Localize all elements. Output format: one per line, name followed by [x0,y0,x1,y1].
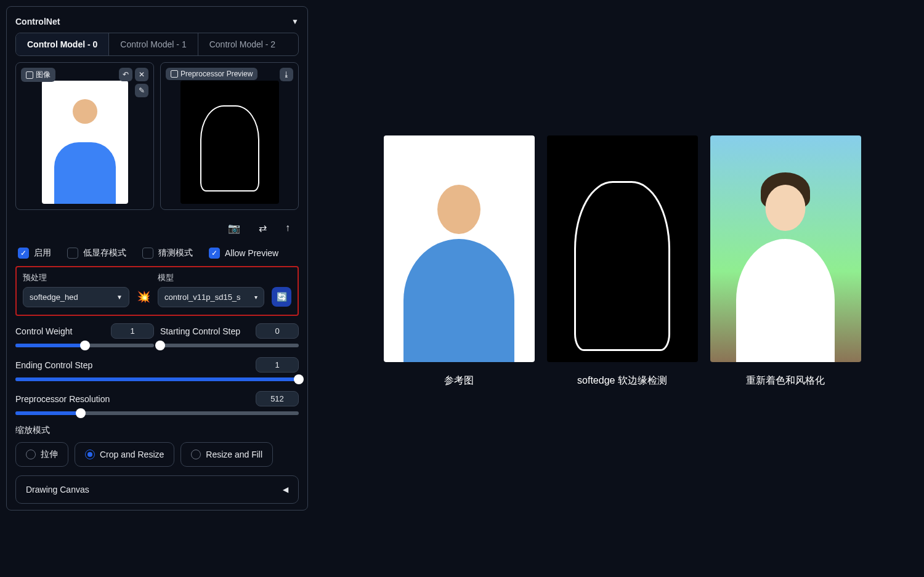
end-value[interactable]: 1 [256,357,299,373]
tab-model-2[interactable]: Control Model - 2 [198,33,286,55]
preproc-model-section: 预处理 softedge_hed ▼ 💥 模型 control_v11p_sd1… [15,266,299,316]
radio-icon [26,450,36,459]
slider-track[interactable] [160,344,299,347]
start-label: Starting Control Step [160,326,240,336]
slider-thumb[interactable] [294,374,304,384]
checkbox-icon [142,248,153,259]
end-label: Ending Control Step [15,360,92,370]
model-label: 模型 [158,272,264,283]
tab-model-1[interactable]: Control Model - 1 [109,33,198,55]
preview-image-box[interactable]: Preprocessor Preview ⭳ [160,62,299,210]
close-icon[interactable]: ✕ [135,68,148,81]
panel-title: ControlNet [15,17,60,26]
guess-checkbox[interactable]: 猜测模式 [142,248,193,259]
caption-edge: softedge 软边缘检测 [547,374,698,387]
resize-crop[interactable]: Crop and Resize [75,442,174,467]
slider-track[interactable] [15,344,154,347]
lowvram-checkbox[interactable]: 低显存模式 [67,248,126,259]
model-value: control_v11p_sd15_s [164,293,241,302]
preprocessor-value: softedge_hed [30,293,78,302]
enable-label: 启用 [34,248,51,259]
controlnet-card: ControlNet ▼ Control Model - 0 Control M… [6,6,308,510]
preview-label-text: Preprocessor Preview [180,70,253,78]
preview-image [161,63,298,209]
slider-thumb[interactable] [80,341,90,350]
model-tabs: Control Model - 0 Control Model - 1 Cont… [15,33,299,56]
canvas-label: Drawing Canvas [26,485,89,494]
image-row: 图像 ↶ ✕ ✎ [15,62,299,210]
weight-value[interactable]: 1 [111,323,154,339]
gallery-col-edge: softedge 软边缘检测 [547,135,698,387]
preprocessor-dropdown[interactable]: softedge_hed ▼ [23,287,129,307]
guess-label: 猜测模式 [158,248,193,259]
resize-crop-label: Crop and Resize [100,450,164,459]
weight-label: Control Weight [15,326,72,336]
slider-track[interactable] [15,377,299,381]
expand-left-icon: ◀ [283,485,288,494]
caption-reference: 参考图 [384,374,535,387]
result-image [710,135,861,362]
refresh-icon: 🔄 [277,292,287,302]
radio-icon [191,450,201,459]
start-value[interactable]: 0 [256,323,299,339]
gallery: 参考图 softedge 软边缘检测 重新着色和风格化 [345,135,899,387]
chevron-down-icon: ▾ [254,294,257,301]
slider-thumb[interactable] [155,341,165,350]
resize-stretch-label: 拉伸 [41,449,58,460]
swap-icon[interactable]: ⇄ [259,222,267,234]
tab-model-0[interactable]: Control Model - 0 [16,33,109,55]
reference-image [384,135,535,362]
card-header[interactable]: ControlNet ▼ [15,13,299,33]
model-dropdown[interactable]: control_v11p_sd15_s ▾ [158,287,264,307]
brush-icon[interactable]: ✎ [135,84,148,97]
checkbox-icon: ✓ [209,248,220,259]
gallery-col-result: 重新着色和风格化 [710,135,861,387]
refresh-models-button[interactable]: 🔄 [272,287,291,307]
control-weight-slider: Control Weight 1 [15,323,154,347]
collapse-icon[interactable]: ▼ [291,17,299,26]
resolution-slider: Preprocessor Resolution 512 [15,391,299,415]
image-toolbar: 📷 ⇄ ↑ [15,216,299,240]
allow-preview-checkbox[interactable]: ✓ Allow Preview [209,248,278,259]
ending-step-slider: Ending Control Step 1 [15,357,299,381]
res-value[interactable]: 512 [256,391,299,406]
enable-checkbox[interactable]: ✓ 启用 [18,248,51,259]
image-icon [26,71,33,79]
preprocessor-label: 预处理 [23,272,129,283]
gallery-area: 参考图 softedge 软边缘检测 重新着色和风格化 [314,0,924,577]
resize-mode-radios: 拉伸 Crop and Resize Resize and Fill [15,442,299,467]
resize-fill-label: Resize and Fill [206,450,262,459]
allow-preview-label: Allow Preview [225,248,278,258]
slider-thumb[interactable] [76,408,86,418]
image-icon [171,70,178,78]
slider-track[interactable] [15,411,299,415]
checkbox-icon: ✓ [18,248,29,259]
lowvram-label: 低显存模式 [83,248,126,259]
res-label: Preprocessor Resolution [15,394,110,404]
upload-icon[interactable]: ↑ [285,222,290,234]
chevron-down-icon: ▼ [116,294,123,301]
image-label-text: 图像 [36,70,51,80]
image-label: 图像 [21,68,55,82]
preview-label: Preprocessor Preview [166,68,257,80]
resize-stretch[interactable]: 拉伸 [15,442,68,467]
preview-box-buttons: ⭳ [280,68,293,81]
radio-icon [85,450,95,459]
checkbox-icon [67,248,78,259]
image-box-buttons: ↶ ✕ ✎ [119,68,148,97]
undo-icon[interactable]: ↶ [119,68,132,81]
starting-step-slider: Starting Control Step 0 [160,323,299,347]
source-image-box[interactable]: 图像 ↶ ✕ ✎ [15,62,154,210]
download-icon[interactable]: ⭳ [280,68,293,81]
edge-image [547,135,698,362]
gallery-col-reference: 参考图 [384,135,535,387]
webcam-icon[interactable]: 📷 [228,222,240,234]
control-panel: ControlNet ▼ Control Model - 0 Control M… [0,0,314,577]
run-preprocessor-button[interactable]: 💥 [137,290,150,307]
resize-mode-label: 缩放模式 [15,425,299,436]
caption-result: 重新着色和风格化 [710,374,861,387]
resize-fill[interactable]: Resize and Fill [180,442,273,467]
drawing-canvas-toggle[interactable]: Drawing Canvas ◀ [15,475,299,504]
checkbox-row: ✓ 启用 低显存模式 猜测模式 ✓ Allow Preview [15,240,299,266]
